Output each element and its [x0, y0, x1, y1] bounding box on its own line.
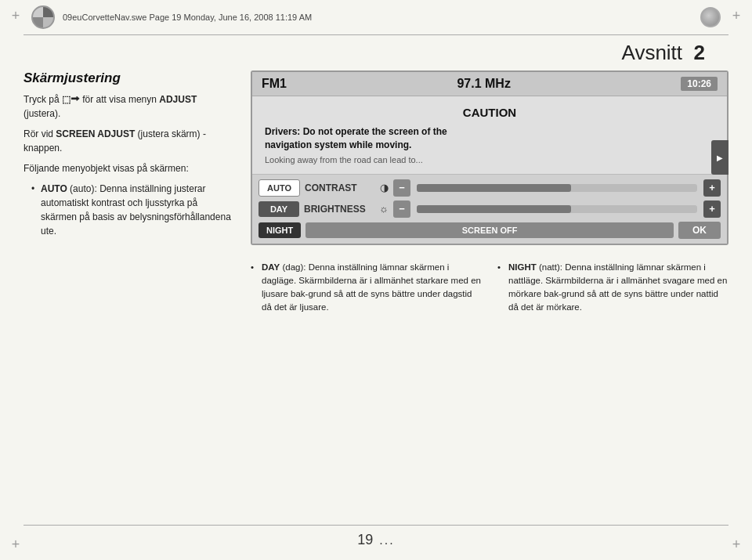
bottom-text-area: DAY (dag): Denna inställning lämnar skär… — [251, 261, 728, 315]
day-title: DAY — [262, 262, 280, 272]
contrast-row: AUTO CONTRAST ◑ − + — [258, 179, 721, 197]
page-number-area: 19 ... — [0, 532, 752, 548]
bottom-rule — [24, 525, 728, 526]
caution-title: CAUTION — [265, 106, 714, 119]
bullet-auto: AUTO (auto): Denna inställning justerar … — [31, 182, 235, 238]
brightness-slider[interactable] — [417, 205, 697, 213]
screen-header: FM1 97.1 MHz 10:26 — [252, 72, 727, 96]
screen-fm: FM1 — [262, 77, 287, 91]
contrast-minus-button[interactable]: − — [393, 179, 410, 197]
screen-controls: AUTO CONTRAST ◑ − + DAY BRIGHTNESS ☼ — [252, 175, 727, 244]
top-bar: 09euCorvetteNav.swe Page 19 Monday, June… — [0, 6, 752, 28]
brightness-plus-button[interactable]: + — [703, 201, 721, 218]
caution-text-fade: Looking away from the road can lead to..… — [265, 155, 714, 164]
intro-text-2: Rör vid SCREEN ADJUST (justera skärm) -k… — [24, 127, 235, 155]
brightness-icon: ☼ — [379, 203, 389, 215]
top-rule — [24, 34, 728, 35]
screen-display: FM1 97.1 MHz 10:26 CAUTION Drivers: Do n… — [251, 70, 728, 245]
night-button[interactable]: NIGHT — [258, 222, 301, 238]
screen-time: 10:26 — [681, 77, 718, 91]
filename-text: 09euCorvetteNav.swe Page 19 Monday, June… — [63, 13, 312, 22]
contrast-slider-fill — [417, 184, 571, 192]
day-description: DAY (dag): Denna inställning lämnar skär… — [251, 261, 482, 315]
ok-button[interactable]: OK — [678, 222, 721, 239]
day-text: (dag): Denna inställning lämnar skärmen … — [262, 262, 481, 313]
page-title: Avsnitt 2 — [622, 41, 705, 65]
corner-tl — [8, 8, 24, 23]
contrast-label: CONTRAST — [305, 182, 375, 193]
contrast-plus-button[interactable]: + — [703, 179, 721, 197]
auto-button[interactable]: AUTO — [258, 179, 300, 197]
corner-tr — [728, 8, 744, 23]
brightness-minus-button[interactable]: − — [393, 201, 410, 218]
left-column: Skärmjustering Tryck på ⬚⮕ för att visa … — [24, 70, 235, 513]
brightness-label: BRIGHTNESS — [304, 204, 374, 215]
brightness-slider-fill — [417, 205, 571, 213]
night-description: NIGHT (natt): Denna inställning lämnar s… — [497, 261, 728, 315]
screen-wrapper: FM1 97.1 MHz 10:26 CAUTION Drivers: Do n… — [251, 70, 728, 245]
right-arrow[interactable] — [711, 140, 728, 175]
contrast-icon: ◑ — [380, 182, 389, 193]
screen-caution: CAUTION Drivers: Do not operate the scre… — [252, 96, 727, 175]
bottom-row: NIGHT SCREEN OFF OK — [258, 222, 721, 239]
top-right-logo — [700, 7, 721, 27]
intro-text-3: Följande menyobjekt visas på skärmen: — [24, 161, 235, 175]
contrast-slider[interactable] — [417, 184, 697, 192]
intro-text-1: Tryck på ⬚⮕ för att visa menyn ADJUST (j… — [24, 92, 235, 121]
top-logo — [31, 5, 55, 29]
right-column: FM1 97.1 MHz 10:26 CAUTION Drivers: Do n… — [251, 70, 728, 513]
day-button[interactable]: DAY — [258, 201, 299, 217]
brightness-row: DAY BRIGHTNESS ☼ − + — [258, 201, 721, 218]
screen-off-button[interactable]: SCREEN OFF — [306, 222, 674, 238]
main-content: Skärmjustering Tryck på ⬚⮕ för att visa … — [24, 70, 728, 513]
bullet-list: AUTO (auto): Denna inställning justerar … — [24, 182, 235, 238]
screen-freq: 97.1 MHz — [457, 77, 510, 91]
night-text: (natt): Denna inställning lämnar skärmen… — [508, 262, 727, 313]
page-number: 19 — [357, 532, 373, 548]
section-title: Skärmjustering — [24, 70, 235, 86]
page-dots: ... — [379, 533, 394, 547]
caution-text: Drivers: Do not operate the screen of th… — [265, 125, 714, 152]
night-title: NIGHT — [508, 262, 537, 272]
